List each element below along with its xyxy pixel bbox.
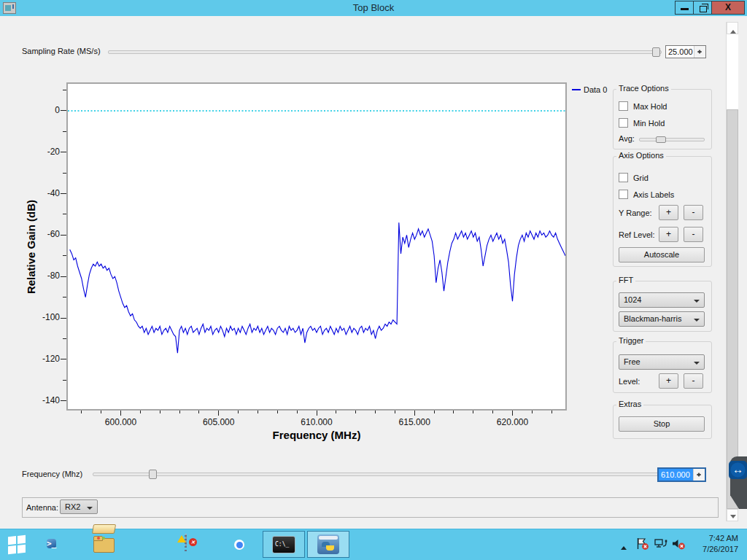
- minimize-button[interactable]: [675, 1, 694, 15]
- minimize-icon: [681, 8, 689, 10]
- frequency-slider[interactable]: [93, 472, 660, 476]
- trigger-level-label: Level:: [619, 377, 640, 386]
- grid-label: Grid: [633, 174, 649, 182]
- ref-level-plus-button[interactable]: +: [659, 227, 678, 242]
- trace-plot-svg: [68, 84, 565, 409]
- windows-logo-icon: [8, 535, 26, 555]
- y-range-plus-button[interactable]: +: [659, 205, 678, 220]
- trigger-mode-dropdown[interactable]: Free: [619, 354, 705, 370]
- maximize-button[interactable]: [693, 1, 712, 15]
- min-hold-label: Min Hold: [633, 119, 665, 128]
- extras-title: Extras: [616, 400, 643, 408]
- fft-size-dropdown[interactable]: 1024: [619, 292, 705, 308]
- frequency-value[interactable]: 610.000: [659, 469, 693, 481]
- frequency-label: Frequency (Mhz): [22, 470, 82, 478]
- stop-button[interactable]: Stop: [619, 416, 705, 432]
- tray-flag-error-icon[interactable]: [635, 537, 649, 553]
- antenna-dropdown[interactable]: RX2: [60, 499, 98, 514]
- trace-options-title: Trace Options: [616, 84, 671, 93]
- sampling-rate-spinbox[interactable]: 25.000: [665, 45, 706, 58]
- y-axis-title: Relative Gain (dB): [25, 152, 37, 342]
- spin-down-icon[interactable]: [694, 475, 705, 481]
- fft-window-dropdown[interactable]: Blackman-harris: [619, 311, 705, 327]
- sampling-rate-value[interactable]: 25.000: [666, 46, 694, 58]
- scrollbar-thumb[interactable]: [727, 109, 738, 509]
- window-titlebar[interactable]: Top Block X: [0, 0, 747, 16]
- min-hold-checkbox[interactable]: [619, 118, 628, 128]
- ref-level-minus-button[interactable]: -: [684, 227, 703, 242]
- teamviewer-arrows-icon[interactable]: ↔: [729, 461, 747, 479]
- max-hold-checkbox[interactable]: [619, 101, 628, 111]
- command-prompt-icon: C:\_: [272, 536, 295, 553]
- trigger-level-minus-button[interactable]: -: [684, 373, 703, 389]
- start-button[interactable]: [8, 536, 26, 553]
- spin-down-icon[interactable]: [694, 52, 705, 58]
- axis-labels-label: Axis Labels: [633, 190, 674, 199]
- x-axis-title: Frequency (MHz): [66, 429, 567, 441]
- avg-label: Avg:: [619, 134, 635, 143]
- notebook-warning-icon: ✕: [185, 534, 187, 548]
- sampling-rate-spin-buttons: [694, 46, 705, 58]
- tray-show-hidden-icon[interactable]: [619, 542, 629, 555]
- tray-time: 7:42 AM: [683, 533, 738, 544]
- grid-checkbox[interactable]: [619, 173, 628, 182]
- avg-slider-handle[interactable]: [656, 136, 666, 143]
- maximize-icon: [700, 6, 707, 12]
- y-range-label: Y Range:: [619, 209, 652, 217]
- legend-line-swatch: [572, 89, 581, 90]
- avg-slider[interactable]: [639, 138, 705, 141]
- max-hold-label: Max Hold: [633, 102, 667, 111]
- antenna-label: Antenna:: [26, 503, 58, 512]
- trigger-title: Trigger: [616, 336, 646, 345]
- vertical-scrollbar[interactable]: [726, 22, 738, 521]
- trigger-level-plus-button[interactable]: +: [659, 373, 678, 389]
- frequency-spinbox[interactable]: 610.000: [657, 467, 706, 482]
- plot-legend: Data 0: [572, 85, 607, 94]
- powershell-icon: >_: [47, 539, 56, 548]
- taskbar-command-prompt[interactable]: C:\_: [263, 531, 305, 558]
- taskbar-notebook-app[interactable]: ✕: [185, 534, 187, 548]
- tray-network-icon[interactable]: [654, 537, 667, 553]
- window-title: Top Block: [0, 0, 747, 16]
- axis-labels-checkbox[interactable]: [619, 190, 628, 199]
- y-range-minus-button[interactable]: -: [684, 205, 703, 220]
- taskbar-powershell[interactable]: >_: [47, 535, 56, 553]
- sampling-rate-label: Sampling Rate (MS/s): [22, 47, 101, 55]
- tray-clock[interactable]: 7:42 AM 7/26/2017: [683, 533, 738, 555]
- sampling-rate-slider-handle[interactable]: [652, 47, 660, 57]
- sampling-rate-slider[interactable]: [108, 50, 662, 54]
- fft-title: FFT: [616, 276, 635, 284]
- axis-options-title: Axis Options: [616, 151, 666, 160]
- antenna-panel: [22, 497, 719, 518]
- tray-date: 7/26/2017: [683, 544, 738, 555]
- close-button[interactable]: X: [711, 1, 745, 15]
- taskbar-python-app-active[interactable]: [307, 531, 349, 558]
- frequency-spin-buttons: [693, 469, 705, 481]
- ref-level-label: Ref Level:: [619, 230, 655, 239]
- scrollbar-down-icon[interactable]: [727, 509, 738, 521]
- frequency-slider-handle[interactable]: [149, 470, 157, 479]
- screen: Top Block X Sampling Rate (MS/s) 25.000 …: [0, 0, 747, 560]
- autoscale-button[interactable]: Autoscale: [619, 247, 705, 262]
- scrollbar-up-icon[interactable]: [727, 22, 738, 34]
- python-app-icon: [317, 534, 339, 554]
- legend-label: Data 0: [584, 85, 607, 94]
- spectrum-plot[interactable]: [66, 82, 567, 411]
